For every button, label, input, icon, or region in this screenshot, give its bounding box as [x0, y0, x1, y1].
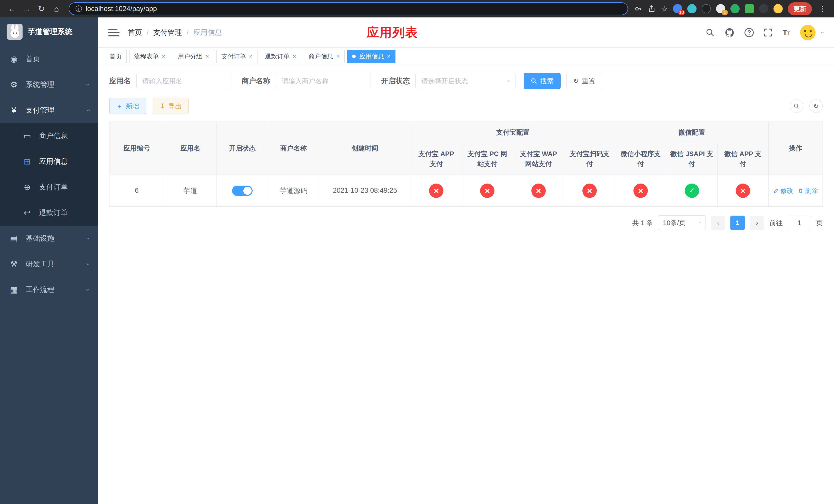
fullscreen-icon[interactable] — [764, 28, 773, 37]
sidebar-item-label: 基础设施 — [26, 233, 54, 243]
chevron-down-icon: › — [84, 289, 92, 291]
goto-page-input[interactable] — [788, 215, 811, 230]
monitor-icon: ▤ — [9, 233, 19, 243]
key-icon[interactable] — [634, 5, 642, 13]
sidebar-item-dev-tools[interactable]: ⚒ 研发工具 › — [0, 251, 98, 277]
reload-icon[interactable]: ↻ — [36, 3, 48, 15]
tab-label: 首页 — [110, 52, 122, 61]
merchant-name-input[interactable] — [276, 73, 371, 89]
download-icon: ↧ — [160, 102, 166, 110]
extension-puzzle-icon[interactable]: 10 — [673, 4, 682, 13]
add-button[interactable]: ＋ 新增 — [109, 98, 146, 114]
close-icon[interactable]: × — [162, 53, 166, 60]
edit-link[interactable]: 修改 — [773, 186, 793, 195]
prev-page-button[interactable]: ‹ — [711, 215, 725, 230]
status-toggle[interactable] — [232, 186, 253, 196]
hamburger-icon[interactable] — [108, 27, 119, 38]
cell-wx-app — [717, 175, 768, 207]
info-icon[interactable]: ⓘ — [75, 4, 82, 13]
share-icon[interactable] — [648, 5, 656, 13]
sidebar-item-home[interactable]: ◉ 首页 — [0, 46, 98, 72]
search-button[interactable]: 搜索 — [524, 73, 561, 89]
chevron-down-icon: › — [84, 263, 92, 265]
help-icon[interactable]: ? — [745, 28, 754, 37]
bookmark-star-icon[interactable]: ☆ — [661, 4, 668, 13]
export-button[interactable]: ↧ 导出 — [153, 98, 189, 114]
extension-badge: 10 — [678, 10, 685, 15]
sidebar-item-payment[interactable]: ¥ 支付管理 › — [0, 97, 98, 123]
status-label: 开启状态 — [381, 76, 410, 86]
refresh-table-button[interactable]: ↻ — [809, 99, 823, 113]
close-icon[interactable]: × — [336, 53, 340, 60]
sidebar-item-app-info[interactable]: ⊞ 应用信息 — [0, 149, 98, 174]
page-number-button[interactable]: 1 — [730, 215, 745, 230]
page-size-select[interactable]: 10条/页 › — [658, 215, 706, 230]
page-content: 应用名 商户名称 开启状态 请选择开启状态 › 搜索 ↻ 重置 ＋ 新增 — [98, 65, 834, 238]
sidebar-item-system[interactable]: ⚙ 系统管理 › — [0, 72, 98, 97]
payment-submenu: ▭ 商户信息 ⊞ 应用信息 ⊕ 支付订单 ↩ 退款订单 — [0, 123, 98, 226]
sidebar-item-infrastructure[interactable]: ▤ 基础设施 › — [0, 226, 98, 251]
sidebar-item-label: 支付管理 — [26, 105, 54, 115]
extension-dark-icon[interactable] — [702, 4, 711, 13]
tab-user-group[interactable]: 用户分组 × — [173, 50, 214, 63]
extension-gem-icon[interactable] — [687, 4, 697, 13]
tab-process-form[interactable]: 流程表单 × — [129, 50, 170, 63]
extension-badge-2: 1 — [722, 10, 728, 15]
cross-status-icon — [531, 184, 546, 198]
avatar[interactable] — [800, 25, 815, 40]
header-alipay-group: 支付宝配置 — [411, 122, 615, 143]
sidebar-item-label: 商户信息 — [39, 131, 68, 141]
sidebar-item-pay-orders[interactable]: ⊕ 支付订单 — [0, 174, 98, 200]
trash-icon — [798, 188, 804, 193]
tab-home[interactable]: 首页 — [105, 50, 127, 63]
caret-down-icon[interactable]: › — [819, 31, 826, 33]
page-size-value: 10条/页 — [663, 219, 685, 227]
search-icon — [793, 103, 799, 109]
tab-refund-orders[interactable]: 退款订单 × — [260, 50, 301, 63]
tab-pay-orders[interactable]: 支付订单 × — [216, 50, 258, 63]
close-icon[interactable]: × — [293, 53, 296, 60]
next-page-button[interactable]: › — [750, 215, 764, 230]
forward-icon[interactable]: → — [21, 3, 33, 15]
gear-icon: ⚙ — [9, 80, 19, 90]
toolbox-icon: ⚒ — [9, 259, 19, 269]
breadcrumb-home[interactable]: 首页 — [128, 28, 142, 38]
address-bar[interactable]: ⓘ localhost:1024/pay/app — [69, 2, 628, 15]
sidebar-item-refund-orders[interactable]: ↩ 退款订单 — [0, 200, 98, 226]
total-count: 共 1 条 — [632, 219, 653, 227]
close-icon[interactable]: × — [205, 53, 209, 60]
header-alipay-qr: 支付宝扫码支付 — [564, 143, 615, 175]
back-icon[interactable]: ← — [6, 3, 18, 15]
cell-wx-jsapi — [666, 175, 717, 207]
sidebar-item-merchant-info[interactable]: ▭ 商户信息 — [0, 123, 98, 149]
extension-light-icon[interactable]: 1 — [716, 4, 725, 13]
tab-merchant-info[interactable]: 商户信息 × — [304, 50, 345, 63]
close-icon[interactable]: × — [387, 53, 391, 60]
cell-wx-mini — [615, 175, 666, 207]
browser-actions: ☆ 10 1 更新 ⋮ — [634, 2, 828, 15]
github-icon[interactable] — [724, 27, 735, 38]
chevron-left-icon: ‹ — [717, 219, 719, 227]
menu-dots-icon[interactable]: ⋮ — [817, 4, 828, 14]
emoji-extension-icon[interactable] — [773, 4, 783, 13]
extension-green-circle-icon[interactable] — [730, 4, 740, 13]
breadcrumb-payment[interactable]: 支付管理 — [153, 28, 182, 38]
pin-icon[interactable] — [759, 4, 768, 13]
app-name-input[interactable] — [136, 73, 231, 89]
tab-app-info[interactable]: 应用信息 × — [347, 50, 395, 63]
logo-avatar — [7, 24, 23, 40]
toggle-search-button[interactable] — [790, 99, 803, 113]
status-select[interactable]: 请选择开启状态 › — [415, 73, 515, 89]
delete-link[interactable]: 删除 — [798, 186, 818, 195]
search-icon[interactable] — [705, 28, 715, 37]
update-button[interactable]: 更新 — [788, 2, 812, 15]
sidebar-item-workflow[interactable]: ▦ 工作流程 › — [0, 277, 98, 302]
cell-app-id: 6 — [110, 175, 164, 207]
app-logo-row[interactable]: 芋道管理系统 — [0, 18, 98, 46]
extension-chat-icon[interactable] — [745, 4, 754, 13]
font-size-icon[interactable]: TT — [783, 28, 790, 37]
reset-button[interactable]: ↻ 重置 — [566, 73, 602, 89]
home-icon[interactable]: ⌂ — [50, 3, 63, 15]
cell-actions: 修改 删除 — [769, 175, 823, 207]
close-icon[interactable]: × — [249, 53, 253, 60]
